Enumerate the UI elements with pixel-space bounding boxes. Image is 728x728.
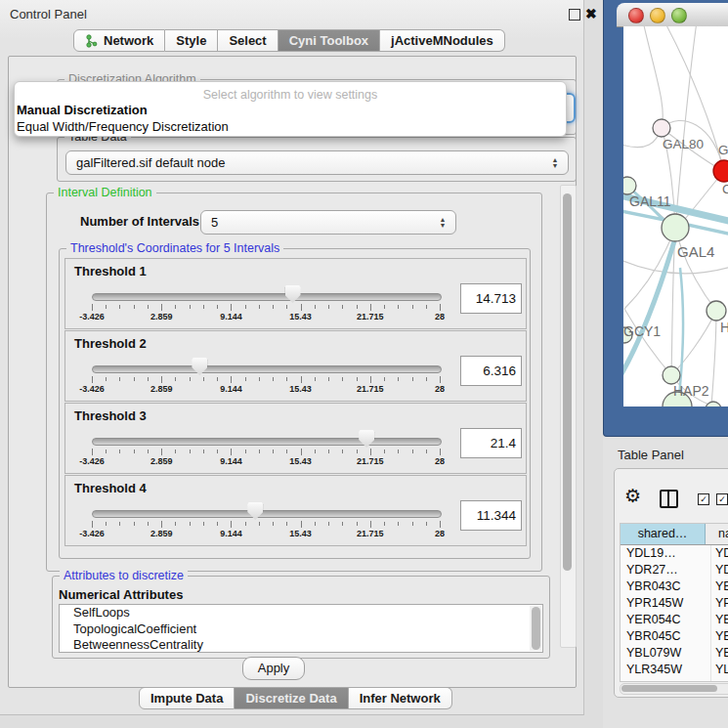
threshold-4-slider-track[interactable] <box>92 510 442 518</box>
slider-ticks <box>92 376 440 384</box>
network-icon <box>85 34 98 48</box>
threshold-2-value-field[interactable]: 6.316 <box>460 356 522 386</box>
node-bottom-right[interactable] <box>706 402 721 407</box>
table-data-combobox[interactable]: galFiltered.sif default node ▲▼ <box>65 150 569 175</box>
close-icon[interactable]: ✖ <box>585 5 597 22</box>
network-window-titlebar[interactable] <box>617 3 728 27</box>
column-header-shared[interactable]: shared… <box>621 524 706 544</box>
threshold-4-label: Threshold 4 <box>74 481 147 495</box>
network-graph: GAL80 GAL11 GAL4 GCY1 HAP2 GA C H <box>623 26 728 407</box>
table-row[interactable]: YER054CYER0 <box>621 612 728 628</box>
tab-style[interactable]: Style <box>165 29 218 52</box>
thresholds-group: Threshold's Coordinates for 5 Intervals … <box>59 248 531 559</box>
table-panel-title: Table Panel <box>618 448 684 462</box>
node-gal4[interactable] <box>662 214 689 241</box>
algorithm-dropdown-popup: Select algorithm to view settings Manual… <box>14 81 567 137</box>
table-row[interactable]: YLR345WYLR3 <box>621 662 728 678</box>
list-item[interactable]: TopologicalCoefficient <box>60 621 542 638</box>
minimize-traffic-light-icon[interactable] <box>650 8 665 23</box>
checkbox-icon[interactable]: ✓ <box>716 493 728 505</box>
network-canvas[interactable]: GAL80 GAL11 GAL4 GCY1 HAP2 GA C H <box>623 26 728 407</box>
list-item[interactable]: SelfLoops <box>60 605 542 621</box>
node-label-partial-ga: GA <box>718 143 728 157</box>
node-label-gal4: GAL4 <box>677 243 714 260</box>
threshold-3-label: Threshold 3 <box>74 408 147 423</box>
table-data-group: Table Data galFiltered.sif default node … <box>57 137 577 182</box>
number-of-intervals-label: Number of Intervals <box>80 214 199 229</box>
table-row[interactable]: YDR27…YDR2 <box>621 562 728 578</box>
node-right[interactable] <box>707 301 726 321</box>
network-view-window: GAL80 GAL11 GAL4 GCY1 HAP2 GA C H <box>603 0 728 437</box>
algorithm-option-equal-width[interactable]: Equal Width/Frequency Discretization <box>15 119 566 136</box>
node-red-selected[interactable] <box>713 160 728 182</box>
node-gal11[interactable] <box>623 177 636 194</box>
threshold-4-value-field[interactable]: 11.344 <box>460 500 522 531</box>
table-panel-body: ⚙ ✓ ✓ shared… na YDL19…YDL1 YDR27…YDR2 Y… <box>614 468 728 698</box>
table-row[interactable]: YBR043CYBR0 <box>621 578 728 595</box>
node-table: shared… na YDL19…YDL1 YDR27…YDR2 YBR043C… <box>620 523 728 682</box>
slider-ticks <box>92 449 440 456</box>
threshold-3-slider-track[interactable] <box>92 438 442 446</box>
list-scrollbar[interactable] <box>530 606 541 651</box>
numerical-attributes-list[interactable]: SelfLoops TopologicalCoefficient Between… <box>59 604 543 653</box>
close-traffic-light-icon[interactable] <box>628 8 644 23</box>
threshold-1-panel: Threshold 1 -3.4262.8599.14415.4321.7152… <box>64 258 527 329</box>
float-window-icon[interactable] <box>569 9 580 21</box>
number-of-intervals-combobox[interactable]: 5 ▲▼ <box>200 210 456 235</box>
node-gal80[interactable] <box>653 119 670 137</box>
tab-cyni-toolbox[interactable]: Cyni Toolbox <box>278 29 380 52</box>
gear-icon[interactable]: ⚙ <box>624 487 641 505</box>
node-label-gal80: GAL80 <box>663 137 704 151</box>
settings-scrollbar[interactable] <box>560 185 577 648</box>
interval-definition-group-title: Interval Definition <box>54 186 156 199</box>
table-row[interactable]: YBL079WYBL0 <box>621 645 728 662</box>
tab-jactivemnodules[interactable]: jActiveMNodules <box>380 29 505 52</box>
control-panel-titlebar: Control Panel ✖ <box>0 0 583 27</box>
bottom-tabstrip: Impute Data Discretize Data Infer Networ… <box>139 687 452 709</box>
tab-discretize-data[interactable]: Discretize Data <box>235 687 348 709</box>
algorithm-option-manual[interactable]: Manual Discretization <box>15 103 566 119</box>
tab-impute-data[interactable]: Impute Data <box>139 687 235 709</box>
threshold-1-slider-track[interactable] <box>92 293 442 301</box>
table-row[interactable]: YIL052CYIL0 <box>621 678 728 682</box>
node-label-hap2: HAP2 <box>673 383 709 399</box>
algorithm-placeholder-item: Select algorithm to view settings <box>15 87 566 103</box>
attributes-group: Attributes to discretize Numerical Attri… <box>52 576 550 659</box>
zoom-traffic-light-icon[interactable] <box>671 8 687 23</box>
thresholds-group-title: Threshold's Coordinates for 5 Intervals <box>66 241 283 255</box>
tab-select[interactable]: Select <box>218 29 278 52</box>
table-row[interactable]: YPR145WYPR1 <box>621 595 728 612</box>
panel-title: Control Panel <box>10 7 87 21</box>
slider-tick-labels: -3.4262.8599.14415.4321.71528 <box>92 529 440 540</box>
slider-tick-labels: -3.4262.8599.14415.4321.71528 <box>92 456 440 468</box>
settings-scrollbar-thumb[interactable] <box>563 193 572 571</box>
table-row[interactable]: YDL19…YDL1 <box>621 545 728 562</box>
table-horizontal-scrollbar[interactable] <box>620 683 728 695</box>
numerical-attributes-label: Numerical Attributes <box>59 587 183 602</box>
slider-tick-labels: -3.4262.8599.14415.4321.71528 <box>92 312 440 323</box>
list-item[interactable]: BetweennessCentrality <box>60 637 542 653</box>
node-hap2[interactable] <box>663 366 680 384</box>
slider-ticks <box>92 304 440 312</box>
threshold-3-panel: Threshold 3 -3.4262.8599.14415.4321.7152… <box>64 403 527 474</box>
threshold-2-slider-track[interactable] <box>92 365 442 373</box>
threshold-2-panel: Threshold 2 -3.4262.8599.14415.4321.7152… <box>64 330 527 402</box>
tab-network-label: Network <box>104 33 153 48</box>
threshold-4-panel: Threshold 4 -3.4262.8599.14415.4321.7152… <box>64 475 527 546</box>
tab-network[interactable]: Network <box>73 29 165 52</box>
threshold-1-value-field[interactable]: 14.713 <box>460 283 522 314</box>
threshold-3-value-field[interactable]: 21.4 <box>460 428 522 458</box>
table-header-row: shared… na <box>621 524 728 545</box>
table-row[interactable]: YBR045CYBR0 <box>621 628 728 645</box>
threshold-1-label: Threshold 1 <box>74 264 147 278</box>
tab-infer-network[interactable]: Infer Network <box>349 687 452 709</box>
apply-button[interactable]: Apply <box>242 657 305 680</box>
threshold-2-label: Threshold 2 <box>74 336 147 351</box>
node-label-partial-h: H <box>720 320 728 335</box>
checkbox-icon[interactable]: ✓ <box>698 493 709 505</box>
combo-spinner-icon: ▲▼ <box>550 151 560 174</box>
split-columns-icon[interactable] <box>660 490 678 508</box>
top-tabstrip: Network Style Select Cyni Toolbox jActiv… <box>73 29 505 52</box>
attributes-group-title: Attributes to discretize <box>60 569 188 582</box>
column-header-name[interactable]: na <box>706 524 728 544</box>
